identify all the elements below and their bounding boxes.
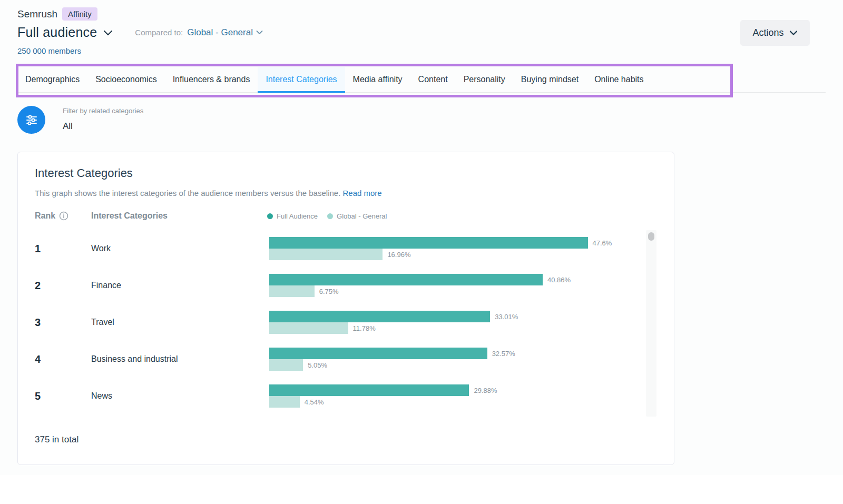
bar-global-general (269, 249, 383, 260)
bar-global-general (269, 285, 315, 297)
card-description: This graph shows the interest categories… (35, 189, 382, 197)
bar-global-general (269, 396, 300, 408)
bar-value-label: 40.86% (547, 276, 571, 284)
actions-button[interactable]: Actions (740, 20, 810, 46)
bar-global-general (269, 359, 303, 371)
scrollbar-thumb[interactable] (648, 232, 654, 241)
brand-name: Semrush (17, 8, 57, 20)
bar-line: 16.96% (269, 249, 646, 260)
bar-full-audience (269, 384, 469, 396)
affinity-badge: Affinity (62, 7, 97, 21)
table-row: 4Business and industrial32.57%5.05% (35, 341, 646, 378)
rank-cell: 4 (35, 341, 91, 378)
read-more-link[interactable]: Read more (342, 189, 381, 197)
table-row: 5News29.88%4.54% (35, 378, 646, 414)
bar-value-label: 47.6% (593, 239, 612, 247)
bar-value-label: 33.01% (495, 313, 518, 321)
scrollbar-track[interactable] (646, 230, 656, 417)
legend-label: Full Audience (277, 212, 318, 220)
bar-value-label: 5.05% (308, 361, 327, 369)
tab-socioeconomics[interactable]: Socioeconomics (87, 67, 165, 92)
interest-categories-card: Interest Categories This graph shows the… (17, 152, 674, 465)
category-cell: News (91, 378, 269, 414)
brand-row: Semrush Affinity (17, 7, 97, 21)
bar-line: 32.57% (269, 348, 646, 359)
members-link[interactable]: 250 000 members (17, 46, 81, 55)
compared-to-label: Compared to: (135, 28, 183, 37)
chevron-down-icon (789, 30, 798, 36)
total-count: 375 in total (35, 434, 79, 445)
bar-value-label: 29.88% (474, 387, 497, 394)
bar-value-label: 4.54% (305, 398, 324, 406)
bars-cell: 29.88%4.54% (269, 378, 646, 414)
bar-value-label: 11.78% (353, 324, 376, 332)
chevron-down-icon (103, 29, 113, 36)
audience-selector[interactable]: Full audience (17, 25, 113, 40)
bars-cell: 33.01%11.78% (269, 304, 646, 341)
filter-button[interactable] (17, 106, 45, 134)
category-cell: Work (91, 230, 269, 267)
category-cell: Finance (91, 267, 269, 304)
table-row: 1Work47.6%16.96% (35, 230, 646, 267)
bar-line: 29.88% (269, 384, 646, 396)
sliders-icon (25, 113, 38, 127)
bar-line: 4.54% (269, 396, 646, 408)
bars-cell: 40.86%6.75% (269, 267, 646, 304)
category-cell: Travel (91, 304, 269, 341)
bar-line: 6.75% (269, 285, 646, 297)
legend-dot-icon (327, 213, 333, 219)
rank-header: Rank (35, 211, 68, 221)
info-icon[interactable] (59, 211, 68, 221)
filter-current-value: All (63, 121, 143, 132)
bar-value-label: 6.75% (319, 288, 339, 295)
chart-legend: Full Audience Global - General (267, 212, 387, 220)
tab-personality[interactable]: Personality (456, 67, 513, 92)
bar-full-audience (269, 348, 487, 359)
rank-cell: 1 (35, 230, 91, 267)
rank-cell: 5 (35, 378, 91, 414)
bars-cell: 47.6%16.96% (269, 230, 646, 267)
audience-row: Full audience Compared to: Global - Gene… (17, 25, 263, 40)
bar-line: 5.05% (269, 359, 646, 371)
bar-full-audience (269, 274, 543, 285)
tab-buying-mindset[interactable]: Buying mindset (513, 67, 586, 92)
filter-row: Filter by related categories All (17, 106, 143, 134)
bar-value-label: 32.57% (492, 350, 515, 358)
audience-name: Full audience (17, 25, 97, 40)
tab-online-habits[interactable]: Online habits (586, 67, 651, 92)
actions-label: Actions (752, 27, 783, 38)
legend-label: Global - General (337, 212, 387, 220)
bar-line: 40.86% (269, 274, 646, 285)
compared-to-value: Global - General (187, 27, 253, 38)
tab-influencers-brands[interactable]: Influencers & brands (165, 67, 258, 92)
tab-content[interactable]: Content (410, 67, 456, 92)
category-header: Interest Categories (91, 211, 168, 221)
card-title: Interest Categories (35, 166, 133, 180)
chart-rows: 1Work47.6%16.96%2Finance40.86%6.75%3Trav… (35, 230, 646, 414)
table-header: Rank Interest Categories Full Audience G… (35, 211, 656, 223)
category-cell: Business and industrial (91, 341, 269, 378)
tab-bar: DemographicsSocioeconomicsInfluencers & … (17, 67, 826, 93)
page-bottom-margin (0, 475, 843, 504)
legend-dot-icon (267, 213, 273, 219)
bar-global-general (269, 322, 348, 334)
table-row: 2Finance40.86%6.75% (35, 267, 646, 304)
tab-demographics[interactable]: Demographics (17, 67, 87, 92)
tab-media-affinity[interactable]: Media affinity (345, 67, 410, 92)
rank-cell: 2 (35, 267, 91, 304)
rank-cell: 3 (35, 304, 91, 341)
bar-line: 47.6% (269, 237, 646, 249)
filter-label: Filter by related categories (63, 107, 143, 115)
tab-interest-categories[interactable]: Interest Categories (258, 67, 345, 92)
compared-to-selector[interactable]: Global - General (187, 27, 263, 38)
bar-value-label: 16.96% (387, 251, 410, 259)
rank-header-label: Rank (35, 211, 55, 221)
bar-full-audience (269, 311, 490, 322)
description-text: This graph shows the interest categories… (35, 189, 340, 197)
bar-line: 11.78% (269, 322, 646, 334)
table-row: 3Travel33.01%11.78% (35, 304, 646, 341)
chevron-down-icon (256, 30, 263, 35)
bar-full-audience (269, 237, 588, 249)
bars-cell: 32.57%5.05% (269, 341, 646, 378)
bar-line: 33.01% (269, 311, 646, 322)
